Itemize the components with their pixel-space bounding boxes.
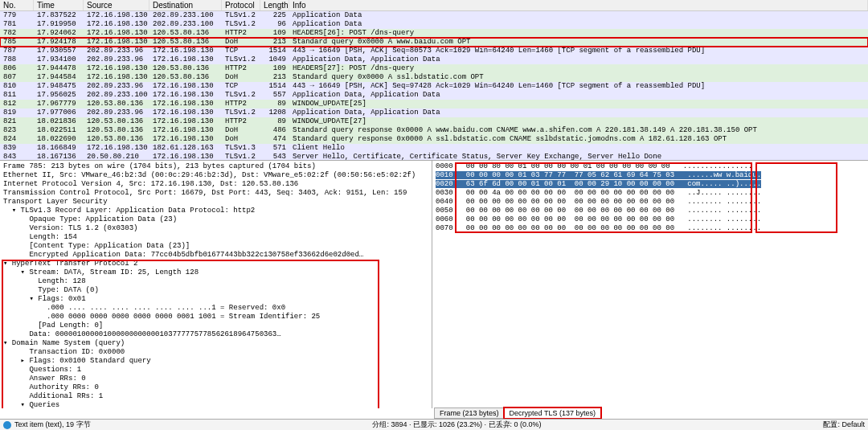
packet-cell-len: 557 bbox=[260, 91, 289, 100]
hex-row[interactable]: 0050 00 00 00 00 00 00 00 00 00 00 00 00… bbox=[436, 207, 865, 215]
hex-row[interactable]: 0040 00 00 00 00 00 00 00 00 00 00 00 00… bbox=[436, 198, 865, 207]
packet-row[interactable]: 78817.934100202.89.233.96172.16.198.130T… bbox=[0, 55, 868, 64]
tree-length[interactable]: Length: 154 bbox=[3, 233, 428, 242]
packet-row[interactable]: 84318.16713620.50.80.210172.16.198.130TL… bbox=[0, 153, 868, 161]
packet-cell-info: Standard query 0x0000 A www.baidu.com OP… bbox=[289, 38, 868, 47]
packet-cell-proto: TCP bbox=[222, 47, 260, 55]
packet-cell-src: 172.16.198.130 bbox=[84, 11, 149, 20]
packet-cell-src: 172.16.198.130 bbox=[84, 144, 149, 153]
packet-row[interactable]: 82418.022690120.53.80.136172.16.198.130D… bbox=[0, 135, 868, 144]
packet-cell-len: 213 bbox=[260, 73, 289, 82]
packet-row[interactable]: 78217.924062172.16.198.130120.53.80.136H… bbox=[0, 29, 868, 38]
packet-cell-proto: TLSv1.2 bbox=[222, 91, 260, 100]
tree-ip[interactable]: Internet Protocol Version 4, Src: 172.16… bbox=[3, 180, 428, 189]
hex-row[interactable]: 0070 00 00 00 00 00 00 00 00 00 00 00 00… bbox=[436, 224, 865, 233]
tab-frame[interactable]: Frame (213 bytes) bbox=[434, 407, 505, 419]
packet-cell-time: 17.924178 bbox=[34, 38, 84, 47]
packet-row[interactable]: 81017.948475202.89.233.96172.16.198.130T… bbox=[0, 82, 868, 91]
packet-row[interactable]: 82318.022511120.53.80.136172.16.198.130D… bbox=[0, 126, 868, 135]
col-header-protocol[interactable]: Protocol bbox=[222, 0, 260, 10]
packet-cell-dst: 120.53.80.136 bbox=[149, 73, 222, 82]
packet-row[interactable]: 82118.021836120.53.80.136172.16.198.130H… bbox=[0, 117, 868, 126]
packet-cell-time: 17.924062 bbox=[34, 29, 84, 38]
packet-row[interactable]: 80717.944584172.16.198.130120.53.80.136D… bbox=[0, 73, 868, 82]
packet-cell-no: 824 bbox=[0, 135, 34, 144]
tree-questions[interactable]: Questions: 1 bbox=[3, 366, 428, 375]
packet-cell-no: 821 bbox=[0, 117, 34, 126]
packet-cell-src: 202.89.233.96 bbox=[84, 55, 149, 64]
packet-cell-dst: 172.16.198.130 bbox=[149, 100, 222, 109]
packet-row[interactable]: 80617.944478172.16.198.130120.53.80.136H… bbox=[0, 64, 868, 73]
tab-decrypted-tls[interactable]: Decrypted TLS (137 bytes) bbox=[504, 407, 601, 419]
tree-queries[interactable]: ▾ Queries bbox=[3, 401, 428, 408]
col-header-time[interactable]: Time bbox=[34, 0, 84, 10]
tree-tcp[interactable]: Transmission Control Protocol, Src Port:… bbox=[3, 189, 428, 198]
tree-data[interactable]: Data: 0000010000010000000000001037777757… bbox=[3, 330, 428, 339]
tree-stream-type[interactable]: Type: DATA (0) bbox=[3, 286, 428, 295]
hex-row[interactable]: 0030 00 00 4a 00 00 00 00 00 00 00 00 00… bbox=[436, 189, 865, 198]
tree-eth[interactable]: Ethernet II, Src: VMware_46:b2:3d (00:0c… bbox=[3, 171, 428, 180]
packet-cell-proto: TLSv1.2 bbox=[222, 20, 260, 29]
packet-row[interactable]: 78117.919950172.16.198.130202.89.233.100… bbox=[0, 20, 868, 29]
tree-tls-record[interactable]: ▾ TLSv1.3 Record Layer: Application Data… bbox=[3, 207, 428, 215]
packet-cell-src: 172.16.198.130 bbox=[84, 64, 149, 73]
tree-version[interactable]: Version: TLS 1.2 (0x0303) bbox=[3, 224, 428, 233]
packet-cell-info: WINDOW_UPDATE[25] bbox=[289, 100, 868, 109]
hex-dump-pane[interactable]: 0000 00 00 80 00 01 00 00 00 00 01 00 00… bbox=[432, 161, 868, 408]
packet-row[interactable]: 81917.977006202.89.233.96172.16.198.130T… bbox=[0, 109, 868, 117]
packet-cell-len: 89 bbox=[260, 117, 289, 126]
col-header-destination[interactable]: Destination bbox=[149, 0, 222, 10]
packet-row[interactable]: 81117.956025202.89.233.100172.16.198.130… bbox=[0, 91, 868, 100]
packet-cell-len: 486 bbox=[260, 126, 289, 135]
packet-cell-proto: DoH bbox=[222, 126, 260, 135]
packet-row[interactable]: 78517.924178172.16.198.130120.53.80.136D… bbox=[0, 38, 868, 47]
col-header-source[interactable]: Source bbox=[84, 0, 149, 10]
tree-stream[interactable]: ▾ Stream: DATA, Stream ID: 25, Length 12… bbox=[3, 268, 428, 277]
tree-http2[interactable]: ▾ HyperText Transfer Protocol 2 bbox=[3, 260, 428, 268]
tree-enc-data[interactable]: Encrypted Application Data: 77cc04b5dbfb… bbox=[3, 251, 428, 260]
packet-details-pane[interactable]: Frame 785: 213 bytes on wire (1704 bits)… bbox=[0, 161, 432, 408]
status-text-left: Text item (text), 19 字节 bbox=[14, 420, 91, 430]
tree-flags[interactable]: ▾ Flags: 0x01 bbox=[3, 295, 428, 304]
tree-trans-id[interactable]: Transaction ID: 0x0000 bbox=[3, 348, 428, 357]
packet-row[interactable]: 77917.837522172.16.198.130202.89.233.100… bbox=[0, 11, 868, 20]
packet-cell-no: 806 bbox=[0, 64, 34, 73]
packet-cell-src: 202.89.233.100 bbox=[84, 91, 149, 100]
packet-cell-info: Application Data bbox=[289, 11, 868, 20]
tree-frame[interactable]: Frame 785: 213 bytes on wire (1704 bits)… bbox=[3, 162, 428, 171]
tree-add-rrs[interactable]: Additional RRs: 1 bbox=[3, 392, 428, 401]
packet-cell-time: 18.167136 bbox=[34, 153, 84, 161]
col-header-length[interactable]: Length bbox=[260, 0, 289, 10]
hex-row[interactable]: 0000 00 00 80 00 01 00 00 00 00 01 00 00… bbox=[436, 162, 865, 171]
hex-row[interactable]: 0010 00 00 00 00 01 03 77 77 77 05 62 61… bbox=[436, 171, 865, 180]
packet-row[interactable]: 83918.166849172.16.198.130182.61.128.163… bbox=[0, 144, 868, 153]
packet-cell-no: 788 bbox=[0, 55, 34, 64]
col-header-info[interactable]: Info bbox=[289, 0, 868, 10]
packet-cell-info: WINDOW_UPDATE[27] bbox=[289, 117, 868, 126]
packet-row[interactable]: 78717.930557202.89.233.96172.16.198.130T… bbox=[0, 47, 868, 55]
tree-answer-rrs[interactable]: Answer RRs: 0 bbox=[3, 375, 428, 383]
tree-stream-len[interactable]: Length: 128 bbox=[3, 277, 428, 286]
tree-auth-rrs[interactable]: Authority RRs: 0 bbox=[3, 383, 428, 392]
packet-list[interactable]: No. Time Source Destination Protocol Len… bbox=[0, 0, 868, 161]
tree-dns[interactable]: ▾ Domain Name System (query) bbox=[3, 339, 428, 348]
tree-opaque-type[interactable]: Opaque Type: Application Data (23) bbox=[3, 215, 428, 224]
packet-cell-info: 443 → 16649 [PSH, ACK] Seq=80573 Ack=102… bbox=[289, 47, 868, 55]
tree-pad-len[interactable]: [Pad Length: 0] bbox=[3, 321, 428, 330]
hex-row[interactable]: 0020 63 6f 6d 00 00 01 00 01 00 00 29 10… bbox=[436, 180, 865, 189]
gear-icon[interactable] bbox=[3, 421, 11, 429]
packet-cell-dst: 120.53.80.136 bbox=[149, 38, 222, 47]
packet-cell-dst: 172.16.198.130 bbox=[149, 117, 222, 126]
status-text-right: 配置: Default bbox=[823, 420, 865, 430]
tree-flags-reserved[interactable]: .000 .... .... .... .... .... .... ...1 … bbox=[3, 304, 428, 313]
hex-row[interactable]: 0060 00 00 00 00 00 00 00 00 00 00 00 00… bbox=[436, 215, 865, 224]
packet-cell-info: 443 → 16649 [PSH, ACK] Seq=97428 Ack=102… bbox=[289, 82, 868, 91]
tree-dns-flags[interactable]: ▸ Flags: 0x0100 Standard query bbox=[3, 357, 428, 366]
packet-row[interactable]: 81217.967779120.53.80.136172.16.198.130H… bbox=[0, 100, 868, 109]
tree-tls[interactable]: Transport Layer Security bbox=[3, 198, 428, 207]
tree-stream-id[interactable]: .000 0000 0000 0000 0000 0000 0001 1001 … bbox=[3, 313, 428, 321]
packet-cell-src: 120.53.80.136 bbox=[84, 100, 149, 109]
packet-cell-len: 474 bbox=[260, 135, 289, 144]
col-header-no[interactable]: No. bbox=[0, 0, 34, 10]
tree-content-type[interactable]: [Content Type: Application Data (23)] bbox=[3, 242, 428, 251]
